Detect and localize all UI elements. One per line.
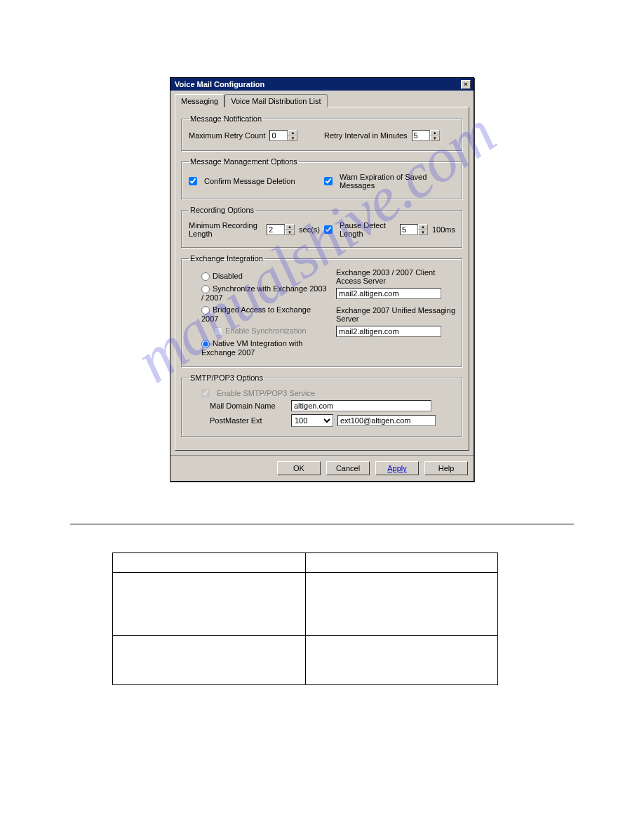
group-mgmt-legend: Message Management Options <box>189 157 299 166</box>
spin-down-icon[interactable]: ▼ <box>285 230 295 235</box>
pause-detect-checkbox[interactable] <box>324 225 333 234</box>
dialog-button-row: OK Cancel Apply Help <box>170 455 474 481</box>
enable-smtp-checkbox <box>201 389 210 397</box>
table-cell <box>113 636 306 685</box>
group-notification: Message Notification Maximum Retry Count… <box>181 114 463 152</box>
close-icon[interactable]: × <box>461 80 471 89</box>
page-divider <box>70 524 574 524</box>
spin-up-icon[interactable]: ▲ <box>430 130 440 135</box>
exchange-sync-label: Synchronize with Exchange 2003 / 2007 <box>201 284 327 302</box>
group-recording: Recording Options Minimum Recording Leng… <box>181 206 463 249</box>
group-smtp: SMTP/POP3 Options Enable SMTP/POP3 Servi… <box>181 373 463 437</box>
group-notification-legend: Message Notification <box>189 114 263 123</box>
document-table <box>112 552 498 685</box>
spin-up-icon[interactable]: ▲ <box>288 130 297 135</box>
warn-expire-checkbox[interactable] <box>324 177 333 185</box>
voice-mail-config-dialog: Voice Mail Configuration × Messaging Voi… <box>170 77 474 482</box>
tab-distribution-list[interactable]: Voice Mail Distribution List <box>224 94 327 107</box>
tab-messaging[interactable]: Messaging <box>175 94 224 107</box>
pause-detect-input[interactable] <box>400 224 418 235</box>
group-smtp-legend: SMTP/POP3 Options <box>189 373 264 382</box>
enable-sync-checkbox <box>214 327 222 336</box>
exchange-native-radio[interactable] <box>201 340 210 348</box>
pause-detect-unit: 100ms <box>432 225 455 234</box>
exchange-native-label: Native VM Integration with Exchange 2007 <box>201 339 302 357</box>
min-length-input[interactable] <box>267 224 285 235</box>
ok-button[interactable]: OK <box>277 461 321 475</box>
exchange-sync-radio[interactable] <box>201 285 210 293</box>
exchange-bridged-label: Bridged Access to Exchange 2007 <box>201 305 311 323</box>
max-retry-label: Maximum Retry Count <box>189 131 265 140</box>
apply-button[interactable]: Apply <box>375 461 419 475</box>
spin-up-icon[interactable]: ▲ <box>285 224 295 230</box>
pause-detect-spinner[interactable]: ▲▼ <box>400 224 428 235</box>
exchange-disabled-label: Disabled <box>213 272 243 280</box>
help-button[interactable]: Help <box>424 461 468 475</box>
um-server-input[interactable] <box>336 326 441 337</box>
spin-down-icon[interactable]: ▼ <box>418 230 428 235</box>
exchange-disabled-radio[interactable] <box>201 272 210 281</box>
postmaster-ext-select[interactable]: 100 <box>291 414 333 427</box>
exchange-radio-column: Disabled Synchronize with Exchange 2003 … <box>189 268 329 360</box>
enable-smtp-label: Enable SMTP/POP3 Service <box>217 389 315 397</box>
um-server-label: Exchange 2007 Unified Messaging Server <box>336 306 455 323</box>
group-recording-legend: Recording Options <box>189 206 255 214</box>
postmaster-label: PostMaster Ext <box>210 416 287 425</box>
titlebar: Voice Mail Configuration × <box>170 78 474 91</box>
table-cell <box>305 636 498 685</box>
spin-down-icon[interactable]: ▼ <box>430 135 440 141</box>
min-length-unit: sec(s) <box>299 225 320 234</box>
min-length-spinner[interactable]: ▲▼ <box>267 224 295 235</box>
enable-sync-label: Enable Synchronization <box>225 326 307 335</box>
table-cell <box>305 553 498 573</box>
spin-down-icon[interactable]: ▼ <box>288 135 297 141</box>
table-cell <box>305 573 498 636</box>
mail-domain-input[interactable] <box>291 400 431 411</box>
group-mgmt: Message Management Options Confirm Messa… <box>181 157 463 200</box>
retry-interval-label: Retry Interval in Minutes <box>324 131 408 140</box>
pause-detect-label: Pause Detect Length <box>340 221 396 238</box>
group-exchange: Exchange Integration Disabled Synchroniz… <box>181 254 463 368</box>
exchange-bridged-radio[interactable] <box>201 306 210 315</box>
group-exchange-legend: Exchange Integration <box>189 254 264 263</box>
tab-panel: Message Notification Maximum Retry Count… <box>175 107 469 451</box>
tab-row: Messaging Voice Mail Distribution List <box>170 91 474 107</box>
client-access-server-label: Exchange 2003 / 2007 Client Access Serve… <box>336 268 455 285</box>
spin-up-icon[interactable]: ▲ <box>418 224 428 230</box>
warn-expire-label: Warn Expiration of Saved Messages <box>340 173 455 190</box>
min-length-label: Minimum Recording Length <box>189 221 262 238</box>
max-retry-input[interactable] <box>269 130 288 141</box>
window-title: Voice Mail Configuration <box>175 80 264 88</box>
table-cell <box>113 553 306 573</box>
confirm-delete-checkbox[interactable] <box>189 177 197 185</box>
postmaster-email-input[interactable] <box>337 415 436 426</box>
max-retry-spinner[interactable]: ▲▼ <box>269 130 297 141</box>
exchange-server-column: Exchange 2003 / 2007 Client Access Serve… <box>336 268 455 360</box>
cancel-button[interactable]: Cancel <box>326 461 370 475</box>
retry-interval-input[interactable] <box>412 130 430 141</box>
client-access-server-input[interactable] <box>336 288 441 299</box>
mail-domain-label: Mail Domain Name <box>210 402 287 410</box>
confirm-delete-label: Confirm Message Deletion <box>204 177 295 185</box>
table-cell <box>113 573 306 636</box>
retry-interval-spinner[interactable]: ▲▼ <box>412 130 440 141</box>
